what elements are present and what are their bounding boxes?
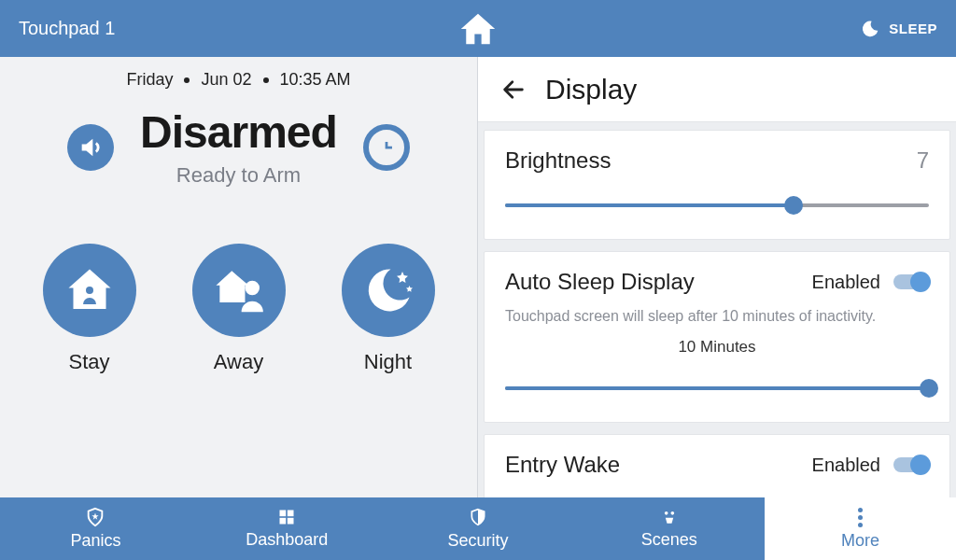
entrywake-label: Entry Wake	[505, 452, 620, 478]
autosleep-card: Auto Sleep Display Enabled Touchpad scre…	[484, 251, 950, 423]
slider-fill	[505, 386, 929, 390]
bottom-nav: Panics Dashboard Security Scenes More	[0, 497, 956, 560]
grid-icon	[277, 508, 296, 526]
brightness-value: 7	[917, 147, 929, 174]
autosleep-state: Enabled	[812, 272, 880, 293]
svg-rect-3	[288, 511, 294, 517]
svg-point-1	[245, 281, 260, 296]
day-label: Friday	[126, 70, 173, 90]
shield-star-icon	[85, 507, 105, 527]
svg-rect-5	[288, 518, 294, 525]
nav-scenes-label: Scenes	[641, 530, 697, 550]
slider-thumb[interactable]	[920, 379, 938, 398]
nav-more[interactable]: More	[765, 497, 956, 560]
svg-rect-4	[280, 518, 287, 525]
history-button[interactable]	[363, 124, 410, 171]
arm-stay-label: Stay	[68, 350, 109, 374]
nav-security[interactable]: Security	[383, 497, 574, 560]
separator-dot	[263, 77, 269, 83]
arm-sub-label: Ready to Arm	[140, 163, 337, 188]
more-dots-icon	[858, 508, 863, 527]
nav-panics[interactable]: Panics	[0, 497, 191, 560]
arm-state-label: Disarmed	[140, 106, 337, 158]
slider-fill	[505, 203, 794, 207]
settings-pane: Display Brightness 7 Auto Sleep Display	[478, 57, 956, 497]
arm-stay-button[interactable]: Stay	[43, 244, 136, 374]
brightness-card: Brightness 7	[484, 130, 950, 240]
slider-thumb[interactable]	[784, 196, 803, 215]
svg-point-6	[665, 511, 668, 515]
sleep-button[interactable]: SLEEP	[861, 20, 937, 38]
nav-panics-label: Panics	[70, 531, 120, 551]
toggle-knob	[910, 272, 931, 292]
toggle-knob	[910, 455, 931, 475]
shield-icon	[469, 507, 487, 527]
entrywake-toggle[interactable]	[893, 457, 929, 472]
brightness-slider[interactable]	[505, 192, 929, 218]
settings-page-title: Display	[545, 74, 637, 105]
sleep-label: SLEEP	[889, 21, 937, 36]
arm-night-button[interactable]: Night	[342, 244, 435, 374]
moon-stars-icon	[360, 262, 416, 318]
arm-night-label: Night	[364, 350, 412, 374]
home-button[interactable]	[457, 10, 499, 48]
date-time-line: Friday Jun 02 10:35 AM	[126, 70, 350, 90]
status-pane: Friday Jun 02 10:35 AM Disarmed Ready to…	[0, 57, 478, 497]
nav-scenes[interactable]: Scenes	[573, 497, 765, 560]
arm-modes: Stay Away	[43, 244, 435, 374]
main-area: Friday Jun 02 10:35 AM Disarmed Ready to…	[0, 57, 956, 497]
nav-more-label: More	[841, 531, 879, 551]
autosleep-value: 10 Minutes	[505, 338, 929, 357]
settings-header: Display	[478, 57, 956, 122]
clock-icon	[376, 137, 397, 158]
nav-dashboard[interactable]: Dashboard	[191, 497, 383, 560]
brightness-label: Brightness	[505, 147, 611, 174]
moon-icon	[861, 20, 879, 38]
nav-dashboard-label: Dashboard	[246, 530, 328, 550]
separator-dot	[184, 77, 190, 83]
scenes-icon	[660, 508, 679, 526]
arrow-left-icon	[500, 77, 527, 103]
date-label: Jun 02	[201, 70, 251, 90]
autosleep-description: Touchpad screen will sleep after 10 minu…	[505, 308, 929, 325]
top-bar: Touchpad 1 SLEEP	[0, 0, 956, 57]
house-away-icon	[210, 261, 268, 319]
svg-rect-2	[280, 511, 287, 517]
arm-status: Disarmed Ready to Arm	[140, 106, 337, 188]
autosleep-label: Auto Sleep Display	[505, 269, 695, 295]
status-row: Disarmed Ready to Arm	[0, 106, 477, 188]
home-icon	[457, 10, 499, 48]
autosleep-slider[interactable]	[505, 375, 929, 401]
autosleep-toggle[interactable]	[893, 274, 929, 289]
nav-security-label: Security	[447, 531, 508, 551]
arm-away-label: Away	[214, 350, 263, 374]
entrywake-card: Entry Wake Enabled	[484, 434, 950, 497]
house-person-icon	[62, 262, 118, 318]
settings-cards: Brightness 7 Auto Sleep Display Enabled	[478, 122, 956, 497]
svg-point-0	[86, 287, 93, 294]
entrywake-state: Enabled	[812, 455, 880, 476]
speaker-icon	[77, 134, 104, 161]
time-label: 10:35 AM	[280, 70, 351, 90]
back-button[interactable]	[500, 77, 527, 103]
arm-away-button[interactable]: Away	[192, 244, 286, 374]
device-title: Touchpad 1	[19, 18, 115, 39]
svg-point-7	[670, 511, 674, 515]
chime-button[interactable]	[67, 124, 114, 171]
